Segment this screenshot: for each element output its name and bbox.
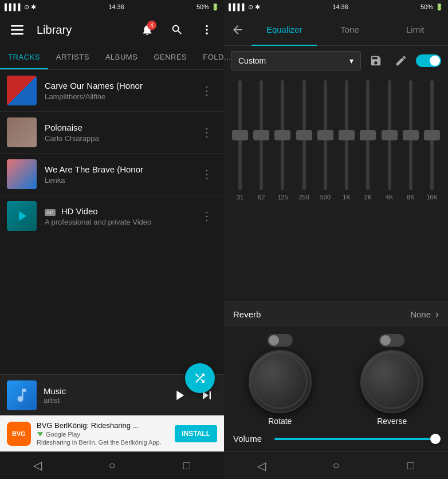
track-title: Polonaise bbox=[45, 123, 197, 132]
play-button[interactable] bbox=[169, 385, 190, 406]
tab-genres[interactable]: GENRES bbox=[146, 46, 195, 69]
slider-2k[interactable] bbox=[359, 80, 377, 190]
track-thumbnail bbox=[7, 76, 37, 105]
track-thumbnail bbox=[7, 117, 37, 147]
rotate-toggle[interactable] bbox=[268, 334, 293, 347]
svg-point-4 bbox=[206, 29, 208, 31]
frequency-labels: 31 62 125 250 500 1K 2K 4K 8K 16K bbox=[229, 190, 443, 203]
tab-limit[interactable]: Limit bbox=[383, 14, 448, 46]
svg-rect-0 bbox=[11, 25, 23, 27]
tab-tone[interactable]: Tone bbox=[317, 14, 382, 46]
battery-icon-right: 🔋 bbox=[435, 3, 443, 11]
status-right-left: 50% 🔋 bbox=[197, 3, 219, 11]
slider-16k[interactable] bbox=[423, 80, 441, 190]
list-item[interactable]: Carve Our Names (Honor Lamplithers/Allfi… bbox=[0, 70, 224, 112]
back-nav-button[interactable]: ◁ bbox=[23, 451, 51, 479]
preset-dropdown[interactable]: Custom ▾ bbox=[231, 51, 361, 70]
install-button[interactable]: INSTALL bbox=[175, 425, 217, 442]
list-item[interactable]: Polonaise Carlo Chiarappa ⋮ bbox=[0, 112, 224, 154]
svg-point-5 bbox=[206, 33, 208, 35]
wifi-icon: ⊙ bbox=[24, 3, 29, 11]
reverse-knob[interactable] bbox=[360, 350, 423, 413]
rotate-label: Rotate bbox=[268, 417, 292, 426]
freq-label-31: 31 bbox=[231, 194, 249, 201]
rotate-knob[interactable] bbox=[249, 350, 312, 413]
tab-equalizer[interactable]: Equalizer bbox=[251, 14, 317, 46]
track-more-button[interactable]: ⋮ bbox=[197, 79, 217, 102]
recents-nav-button-right[interactable]: □ bbox=[397, 452, 425, 480]
ad-logo: BVG bbox=[7, 422, 31, 446]
status-icons-left: ▌▌▌▌ ⊙ ✱ bbox=[5, 3, 36, 11]
ad-content: BVG BerlKönig: Ridesharing ... Google Pl… bbox=[37, 421, 169, 446]
back-nav-button-right[interactable]: ◁ bbox=[247, 452, 275, 480]
wifi-icon-right: ⊙ bbox=[248, 3, 253, 11]
list-item[interactable]: We Are The Brave (Honor Lenka ⋮ bbox=[0, 154, 224, 195]
edit-preset-button[interactable] bbox=[391, 50, 411, 71]
svg-rect-1 bbox=[11, 29, 23, 31]
list-item[interactable]: AD HD Video A professional and private V… bbox=[0, 195, 224, 237]
battery-text-left: 50% bbox=[197, 3, 209, 10]
more-options-button[interactable] bbox=[197, 19, 217, 40]
volume-fill bbox=[274, 438, 431, 440]
slider-4k[interactable] bbox=[380, 80, 399, 190]
status-bar-left: ▌▌▌▌ ⊙ ✱ 14:36 50% 🔋 bbox=[0, 0, 224, 14]
slider-500hz[interactable] bbox=[316, 80, 335, 190]
slider-250hz[interactable] bbox=[295, 80, 313, 190]
back-button[interactable] bbox=[224, 14, 251, 46]
home-nav-button-right[interactable]: ○ bbox=[322, 452, 349, 480]
track-info: Carve Our Names (Honor Lamplithers/Allfi… bbox=[45, 81, 197, 101]
bluetooth-icon: ✱ bbox=[31, 3, 36, 11]
track-artist: Lamplithers/Allfine bbox=[45, 92, 197, 101]
left-panel: ▌▌▌▌ ⊙ ✱ 14:36 50% 🔋 Library 4 bbox=[0, 0, 224, 479]
notification-badge: 4 bbox=[147, 21, 156, 30]
svg-point-3 bbox=[206, 25, 208, 28]
track-info: AD HD Video A professional and private V… bbox=[45, 206, 197, 226]
slider-8k[interactable] bbox=[402, 80, 420, 190]
track-thumbnail bbox=[7, 159, 37, 189]
volume-row: Volume bbox=[224, 426, 448, 451]
tab-artists[interactable]: ARTISTS bbox=[48, 46, 97, 69]
recents-nav-button[interactable]: □ bbox=[173, 451, 201, 479]
save-preset-button[interactable] bbox=[366, 50, 386, 71]
ad-source: Google Play bbox=[37, 431, 169, 438]
track-artist: Carlo Chiarappa bbox=[45, 134, 197, 143]
track-more-button[interactable]: ⋮ bbox=[197, 205, 217, 227]
freq-label-500: 500 bbox=[316, 194, 335, 201]
menu-button[interactable] bbox=[7, 19, 27, 40]
reverb-row[interactable]: Reverb None › bbox=[224, 301, 448, 327]
search-button[interactable] bbox=[167, 19, 187, 40]
status-icons-right: ▌▌▌▌ ⊙ ✱ bbox=[229, 3, 260, 11]
home-nav-button[interactable]: ○ bbox=[98, 451, 125, 479]
right-panel: ▌▌▌▌ ⊙ ✱ 14:36 50% 🔋 Equalizer Tone Limi… bbox=[224, 0, 448, 479]
slider-62hz[interactable] bbox=[252, 80, 270, 190]
ad-banner[interactable]: BVG BVG BerlKönig: Ridesharing ... Googl… bbox=[0, 415, 224, 451]
tab-albums[interactable]: ALBUMS bbox=[97, 46, 146, 69]
eq-tabs: Equalizer Tone Limit bbox=[251, 14, 448, 46]
nav-bar-right: ◁ ○ □ bbox=[224, 451, 448, 479]
track-info: Polonaise Carlo Chiarappa bbox=[45, 123, 197, 143]
tab-tracks[interactable]: TRACKS bbox=[0, 46, 48, 69]
track-more-button[interactable]: ⋮ bbox=[197, 163, 217, 186]
track-more-button[interactable]: ⋮ bbox=[197, 121, 217, 144]
nav-bar-left: ◁ ○ □ bbox=[0, 451, 224, 479]
tab-folders[interactable]: FOLD... bbox=[195, 46, 239, 69]
signal-icon: ▌▌▌▌ bbox=[5, 3, 22, 10]
reverse-toggle[interactable] bbox=[379, 334, 404, 347]
track-artist: Lenka bbox=[45, 176, 197, 184]
slider-125hz[interactable] bbox=[273, 80, 292, 190]
slider-31hz[interactable] bbox=[231, 80, 249, 190]
volume-slider[interactable] bbox=[274, 438, 439, 440]
freq-label-1k: 1K bbox=[337, 194, 356, 201]
now-playing-title: Music bbox=[44, 386, 169, 396]
notifications-button[interactable]: 4 bbox=[137, 19, 158, 40]
shuffle-button[interactable] bbox=[185, 363, 215, 393]
reverb-arrow-icon: › bbox=[435, 308, 439, 320]
slider-1k[interactable] bbox=[337, 80, 356, 190]
eq-enable-toggle[interactable] bbox=[416, 54, 441, 67]
track-title: AD HD Video bbox=[45, 206, 197, 216]
freq-label-250: 250 bbox=[295, 194, 313, 201]
now-playing-artist: artist bbox=[44, 396, 169, 405]
volume-thumb[interactable] bbox=[430, 434, 441, 444]
eq-controls: Custom ▾ bbox=[224, 46, 448, 76]
track-artist: A professional and private Video bbox=[45, 218, 197, 226]
